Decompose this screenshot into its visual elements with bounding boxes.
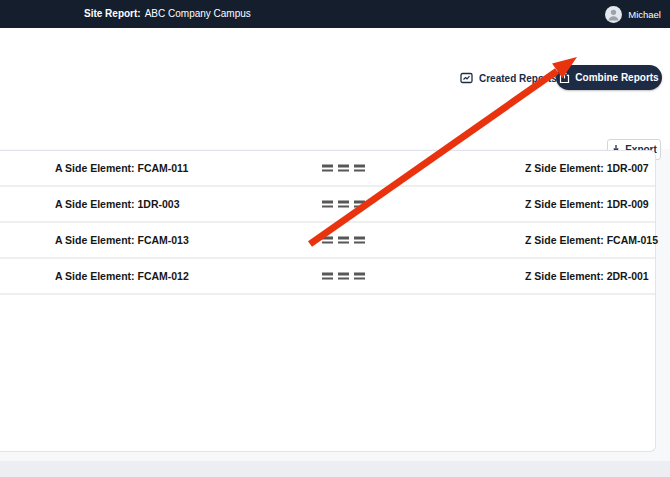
share-icon bbox=[559, 71, 570, 84]
footer-band bbox=[0, 461, 670, 477]
drag-handle-icon[interactable] bbox=[322, 237, 365, 244]
z-side-element-label: Z Side Element: 1DR-009 bbox=[525, 187, 649, 221]
user-name: Michael bbox=[628, 9, 661, 20]
page-title-label: Site Report: bbox=[84, 8, 141, 19]
page-title: Site Report:ABC Company Campus bbox=[84, 0, 251, 28]
combine-reports-label: Combine Reports bbox=[575, 72, 658, 83]
user-menu[interactable]: Michael bbox=[605, 0, 661, 28]
table-row: A Side Element: FCAM-013 Z Side Element:… bbox=[0, 223, 655, 259]
created-reports-icon bbox=[460, 72, 473, 84]
created-reports-label: Created Reports bbox=[479, 73, 557, 84]
a-side-element-label: A Side Element: 1DR-003 bbox=[55, 187, 179, 221]
page-title-value: ABC Company Campus bbox=[145, 8, 251, 19]
combine-reports-button[interactable]: Combine Reports bbox=[556, 65, 662, 90]
table-row: A Side Element: 1DR-003 Z Side Element: … bbox=[0, 187, 655, 223]
top-bar: Site Report:ABC Company Campus Michael bbox=[0, 0, 670, 28]
a-side-element-label: A Side Element: FCAM-013 bbox=[55, 223, 189, 257]
actions-section: Created Reports Combine Reports Export bbox=[0, 28, 670, 149]
table-row: A Side Element: FCAM-011 Z Side Element:… bbox=[0, 151, 655, 187]
report-pairs-card: A Side Element: FCAM-011 Z Side Element:… bbox=[0, 150, 656, 452]
table-row: A Side Element: FCAM-012 Z Side Element:… bbox=[0, 259, 655, 295]
z-side-element-label: Z Side Element: 2DR-001 bbox=[525, 259, 649, 293]
z-side-element-label: Z Side Element: FCAM-015 bbox=[525, 223, 658, 257]
drag-handle-icon[interactable] bbox=[322, 165, 365, 172]
z-side-element-label: Z Side Element: 1DR-007 bbox=[525, 151, 649, 185]
a-side-element-label: A Side Element: FCAM-011 bbox=[55, 151, 188, 185]
person-icon bbox=[605, 6, 622, 23]
drag-handle-icon[interactable] bbox=[322, 201, 365, 208]
site-report-page: Site Report:ABC Company Campus Michael C… bbox=[0, 0, 670, 477]
drag-handle-icon[interactable] bbox=[322, 273, 365, 280]
created-reports-button[interactable]: Created Reports bbox=[460, 68, 557, 88]
a-side-element-label: A Side Element: FCAM-012 bbox=[55, 259, 189, 293]
avatar[interactable] bbox=[605, 6, 622, 23]
